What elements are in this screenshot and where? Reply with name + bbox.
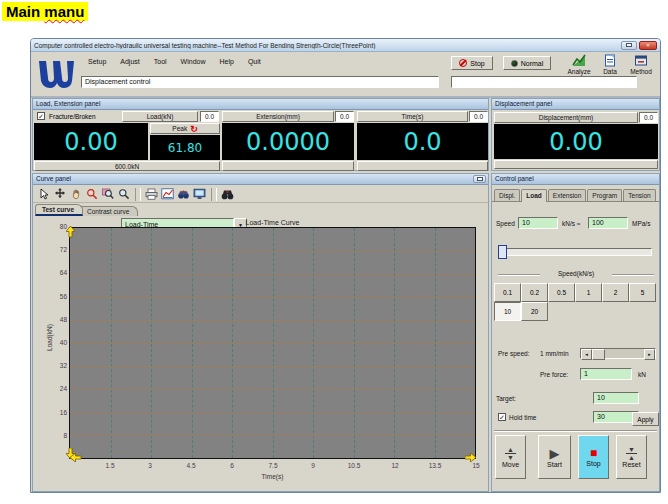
axis-marker-end[interactable]: [465, 453, 477, 462]
speed-slider-track[interactable]: [498, 248, 652, 256]
zoom-region-tool-button[interactable]: [100, 187, 115, 202]
pointer-tool-button[interactable]: [36, 187, 51, 202]
start-button[interactable]: ▶ Start: [538, 435, 571, 479]
target-label: Target:: [496, 395, 516, 402]
menu-help[interactable]: Help: [213, 56, 241, 70]
fracture-checkbox[interactable]: ✓: [37, 112, 45, 120]
move-cross-icon: [54, 188, 66, 200]
load-column: ✓ Fracture/Broken Load(kN) 0.0 0.00 Peak…: [34, 111, 220, 171]
speed-group-label: Speed(kN/s): [544, 270, 608, 277]
speed-slider-thumb[interactable]: [498, 245, 507, 259]
start-icon: ▶: [550, 447, 560, 460]
displacement-header-button[interactable]: Displacement(mm): [494, 112, 638, 123]
status-field: [451, 76, 637, 88]
speed-input[interactable]: 10: [518, 217, 558, 229]
speed-preset-0.2[interactable]: 0.2: [521, 283, 548, 302]
zoom-in-tool-button[interactable]: [84, 187, 99, 202]
menu-setup[interactable]: Setup: [81, 56, 113, 70]
axis-marker-left[interactable]: [70, 453, 82, 462]
curve-panel-restore-button[interactable]: [473, 175, 486, 183]
x-tick: 12: [385, 462, 405, 469]
apply-button[interactable]: Apply: [632, 412, 659, 426]
y-tick: 32: [47, 362, 67, 369]
search-icon: [177, 188, 190, 200]
speed-preset-1[interactable]: 1: [575, 283, 602, 302]
speed-preset-10[interactable]: 10: [494, 302, 521, 321]
peak-label: Peak: [172, 125, 187, 132]
data-view-button[interactable]: [220, 187, 235, 202]
menu-window[interactable]: Window: [174, 56, 213, 70]
y-tick: 8: [47, 432, 67, 439]
y-tick: 24: [47, 385, 67, 392]
toolbar-separator: [211, 188, 217, 201]
speed-preset-5[interactable]: 5: [629, 283, 656, 302]
tab-displ[interactable]: Displ.: [494, 189, 520, 201]
time-header-button[interactable]: Time(s): [357, 111, 468, 122]
axis-marker-top[interactable]: [66, 226, 75, 238]
hold-time-checkbox[interactable]: ✓: [498, 413, 506, 421]
close-button[interactable]: ×: [639, 41, 657, 50]
x-tick: 15: [466, 462, 486, 469]
print-button[interactable]: [144, 187, 159, 202]
normal-mode-button[interactable]: Normal: [503, 56, 551, 70]
curve-panel: Curve panel Test curve Contrast curve Lo…: [32, 173, 489, 492]
speed-preset-0.5[interactable]: 0.5: [548, 283, 575, 302]
stop-mode-label: Stop: [470, 60, 484, 67]
curve-settings-button[interactable]: [160, 187, 175, 202]
displacement-aux-value: 0.0: [639, 112, 658, 123]
chart-title: Load-Time Curve: [69, 219, 476, 226]
reset-button[interactable]: ▼ ▲ Reset: [616, 435, 647, 479]
pre-force-label: Pre force:: [540, 371, 568, 378]
speed-label: Speed: [496, 220, 515, 227]
pre-speed-scrollbar[interactable]: ◄ ►: [580, 348, 656, 359]
stop-mode-button[interactable]: Stop: [451, 56, 493, 70]
main-menu-annotation: Main manu: [2, 2, 88, 21]
time-value-display: 0.0: [357, 123, 488, 160]
speed-preset-2[interactable]: 2: [602, 283, 629, 302]
analyze-button[interactable]: Analyze: [561, 54, 597, 75]
annotation-word: Main: [6, 3, 40, 20]
speed-unit2-label: MPa/s: [632, 220, 650, 227]
peak-bar[interactable]: Peak ↻: [150, 123, 220, 134]
stop-icon: ■: [590, 447, 597, 459]
control-panel-title: Control panel: [492, 174, 659, 185]
restore-button[interactable]: [621, 41, 637, 50]
scrollbar-thumb[interactable]: [592, 349, 605, 360]
menu-adjust[interactable]: Adjust: [113, 56, 146, 70]
scroll-left-icon[interactable]: ◄: [581, 349, 592, 360]
tab-tension[interactable]: Tension: [623, 189, 655, 201]
tab-load[interactable]: Load: [521, 189, 547, 202]
speed-mpa-input[interactable]: 100: [588, 217, 628, 229]
target-input[interactable]: 10: [593, 392, 639, 404]
tab-test-curve[interactable]: Test curve: [35, 204, 83, 216]
restore-icon: [626, 43, 632, 47]
speed-preset-20[interactable]: 20: [521, 302, 548, 321]
tab-extension[interactable]: Extension: [548, 189, 587, 201]
extension-value-display: 0.0000: [222, 123, 354, 160]
move-button[interactable]: ▲ ▼ Move: [495, 435, 526, 479]
search-curve-button[interactable]: [176, 187, 191, 202]
pre-force-input[interactable]: 1: [580, 368, 632, 380]
tab-program[interactable]: Program: [587, 189, 622, 201]
method-button[interactable]: Method: [625, 54, 657, 75]
menu-tool[interactable]: Tool: [147, 56, 174, 70]
load-header-button[interactable]: Load(kN): [122, 111, 198, 122]
scroll-right-icon[interactable]: ►: [644, 349, 655, 360]
move-tool-button[interactable]: [52, 187, 67, 202]
extension-header-button[interactable]: Extension(mm): [222, 111, 334, 122]
menu-quit[interactable]: Quit: [241, 56, 268, 70]
data-button[interactable]: Data: [597, 54, 623, 75]
menu-bar: Setup Adjust Tool Window Help Quit: [81, 56, 268, 70]
chart-area: Load-Time ▼ Load-Time Curve Load(kN) 80 …: [33, 216, 488, 491]
speed-preset-0.1[interactable]: 0.1: [494, 283, 521, 302]
stop-button[interactable]: ■ Stop: [578, 435, 609, 479]
pointer-icon: [38, 188, 50, 200]
peak-refresh-icon[interactable]: ↻: [190, 124, 198, 134]
display-settings-button[interactable]: [192, 187, 207, 202]
plot-area[interactable]: [69, 227, 476, 459]
tab-contrast-curve[interactable]: Contrast curve: [80, 206, 138, 216]
control-mode-field[interactable]: Displacement control: [81, 76, 439, 88]
pan-tool-button[interactable]: [68, 187, 83, 202]
zoom-out-tool-button[interactable]: [116, 187, 131, 202]
zoom-out-icon: [118, 188, 130, 200]
